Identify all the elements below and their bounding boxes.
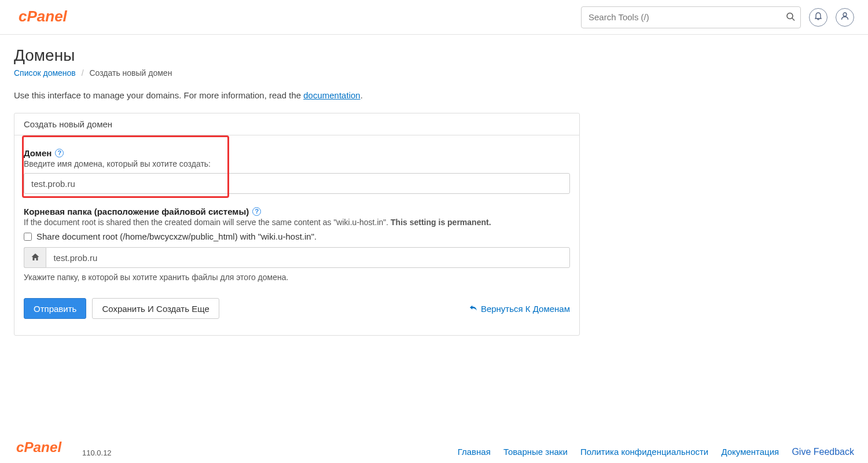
docroot-shared-help-prefix: If the document root is shared then the … [24, 218, 391, 227]
domain-input[interactable] [24, 173, 570, 194]
share-docroot-label: Share document root (/home/bwcycxzw/publ… [36, 232, 317, 241]
docroot-path-help: Укажите папку, в которой вы хотите храни… [24, 273, 570, 282]
cpanel-logo: cPanel [19, 8, 87, 27]
docroot-shared-help: If the document root is shared then the … [24, 218, 570, 227]
footer-links: Главная Товарные знаки Политика конфиден… [447, 447, 854, 457]
help-icon[interactable]: ? [252, 207, 261, 216]
intro-text: Use this interface to manage your domain… [14, 90, 854, 100]
footer-logo: cPanel [14, 439, 82, 457]
help-icon[interactable]: ? [55, 149, 64, 157]
home-icon-addon [24, 247, 46, 268]
search-container [581, 6, 801, 28]
docroot-input[interactable] [46, 247, 570, 268]
docroot-group: Корневая папка (расположение файловой си… [24, 207, 570, 282]
share-docroot-checkbox[interactable] [24, 233, 32, 241]
save-and-create-more-button[interactable]: Сохранить И Создать Еще [92, 298, 219, 319]
user-menu-button[interactable] [836, 8, 854, 27]
reply-arrow-icon [469, 304, 477, 314]
domain-help: Введите имя домена, который вы хотите со… [24, 159, 570, 168]
bell-icon [814, 12, 823, 23]
intro-suffix: . [361, 90, 363, 100]
footer-link-docs[interactable]: Документация [721, 447, 779, 457]
search-input[interactable] [581, 6, 801, 28]
breadcrumb: Список доменов / Создать новый домен [14, 68, 854, 78]
svg-text:cPanel: cPanel [19, 8, 68, 25]
domain-label: Домен [24, 148, 52, 158]
breadcrumb-separator: / [82, 68, 84, 78]
svg-text:cPanel: cPanel [16, 439, 62, 455]
docroot-input-group [24, 247, 570, 268]
version-text: 110.0.12 [82, 449, 112, 457]
footer-link-privacy[interactable]: Политика конфиденциальности [580, 447, 708, 457]
domain-group: Домен ? Введите имя домена, который вы х… [24, 148, 570, 194]
documentation-link[interactable]: documentation [303, 90, 360, 100]
breadcrumb-current: Создать новый домен [89, 68, 172, 78]
intro-prefix: Use this interface to manage your domain… [14, 90, 303, 100]
notifications-button[interactable] [809, 8, 827, 27]
create-domain-panel: Создать новый домен Домен ? Введите имя … [14, 113, 580, 336]
footer-link-feedback[interactable]: Give Feedback [792, 447, 854, 457]
submit-button[interactable]: Отправить [24, 298, 86, 319]
user-icon [840, 12, 849, 23]
docroot-shared-help-bold: This setting is permanent. [391, 218, 491, 227]
page-title: Домены [14, 46, 854, 65]
share-docroot-row[interactable]: Share document root (/home/bwcycxzw/publ… [24, 232, 570, 241]
back-to-domains-link[interactable]: Вернуться К Доменам [469, 304, 570, 314]
home-icon [31, 252, 40, 263]
docroot-label: Корневая папка (расположение файловой си… [24, 207, 249, 216]
breadcrumb-list-link[interactable]: Список доменов [14, 68, 76, 78]
top-bar: cPanel [0, 0, 868, 35]
footer-link-home[interactable]: Главная [458, 447, 491, 457]
actions-row: Отправить Сохранить И Создать Еще Вернут… [24, 298, 570, 319]
footer-link-trademarks[interactable]: Товарные знаки [503, 447, 568, 457]
back-to-domains-label: Вернуться К Доменам [481, 304, 570, 314]
svg-point-3 [843, 13, 847, 16]
footer: cPanel 110.0.12 Главная Товарные знаки П… [0, 433, 868, 463]
panel-title: Создать новый домен [14, 113, 579, 135]
